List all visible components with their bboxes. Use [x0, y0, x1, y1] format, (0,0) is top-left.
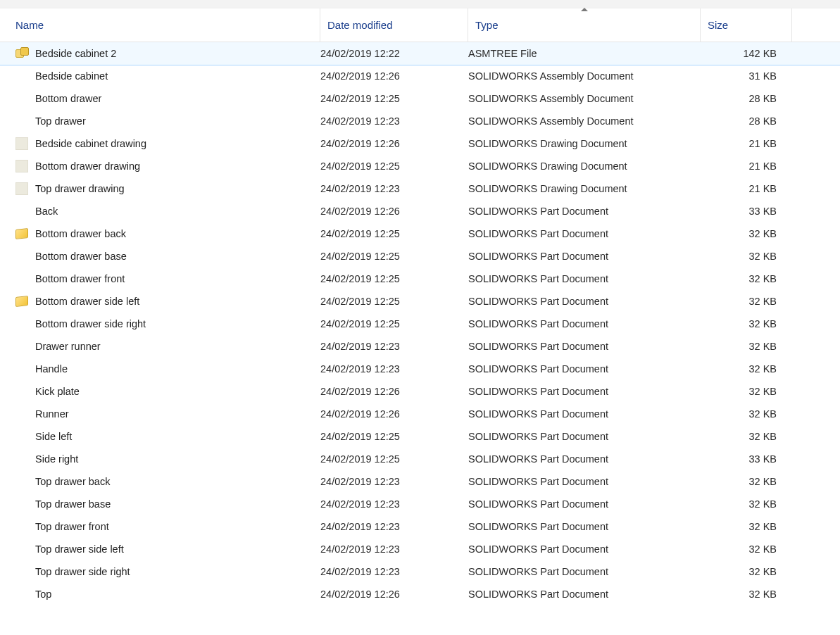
file-row[interactable]: Bottom drawer drawing24/02/2019 12:25SOL… [0, 155, 840, 177]
file-row[interactable]: Top drawer base24/02/2019 12:23SOLIDWORK… [0, 493, 840, 515]
file-icon [15, 587, 35, 601]
file-row[interactable]: Top24/02/2019 12:26SOLIDWORKS Part Docum… [0, 583, 840, 605]
file-name: Top drawer drawing [35, 183, 320, 194]
file-row[interactable]: Bottom drawer base24/02/2019 12:25SOLIDW… [0, 245, 840, 268]
file-type: SOLIDWORKS Part Document [468, 228, 701, 239]
file-icon [15, 474, 35, 489]
file-size: 21 KB [701, 138, 785, 149]
file-icon [15, 182, 35, 196]
file-row[interactable]: Top drawer back24/02/2019 12:23SOLIDWORK… [0, 470, 840, 493]
file-name: Bottom drawer drawing [35, 161, 320, 172]
file-size: 32 KB [701, 408, 785, 420]
file-date: 24/02/2019 12:25 [320, 251, 468, 262]
file-date: 24/02/2019 12:23 [320, 476, 468, 487]
file-name: Top drawer [35, 115, 320, 127]
file-date: 24/02/2019 12:25 [320, 273, 468, 284]
file-type: SOLIDWORKS Drawing Document [468, 183, 701, 194]
column-header-date[interactable]: Date modified [320, 8, 468, 42]
file-size: 31 KB [701, 70, 785, 82]
file-date: 24/02/2019 12:25 [320, 453, 468, 465]
file-name: Handle [35, 363, 320, 375]
column-header-size[interactable]: Size [701, 8, 792, 42]
file-name: Top drawer front [35, 521, 320, 532]
file-size: 32 KB [701, 589, 785, 600]
file-size: 32 KB [701, 296, 785, 307]
file-date: 24/02/2019 12:25 [320, 93, 468, 104]
column-header-type[interactable]: Type [468, 8, 701, 42]
file-date: 24/02/2019 12:23 [320, 566, 468, 577]
file-date: 24/02/2019 12:25 [320, 228, 468, 239]
file-row[interactable]: Bottom drawer back24/02/2019 12:25SOLIDW… [0, 222, 840, 245]
file-row[interactable]: Drawer runner24/02/2019 12:23SOLIDWORKS … [0, 335, 840, 358]
file-icon [15, 294, 35, 308]
file-row[interactable]: Bottom drawer side left24/02/2019 12:25S… [0, 290, 840, 313]
file-row[interactable]: Top drawer side left24/02/2019 12:23SOLI… [0, 538, 840, 560]
file-date: 24/02/2019 12:26 [320, 138, 468, 149]
file-row[interactable]: Bedside cabinet24/02/2019 12:26SOLIDWORK… [0, 65, 840, 87]
file-row[interactable]: Bedside cabinet 224/02/2019 12:22ASMTREE… [0, 42, 840, 65]
file-size: 32 KB [701, 431, 785, 442]
file-row[interactable]: Bottom drawer24/02/2019 12:25SOLIDWORKS … [0, 87, 840, 110]
sort-indicator-icon [581, 8, 588, 11]
file-row[interactable]: Top drawer drawing24/02/2019 12:23SOLIDW… [0, 177, 840, 200]
file-icon [15, 114, 35, 128]
file-icon [15, 46, 35, 61]
file-icon [15, 497, 35, 511]
file-icon [15, 69, 35, 83]
file-name: Top drawer side right [35, 566, 320, 577]
file-date: 24/02/2019 12:26 [320, 408, 468, 420]
file-size: 32 KB [701, 521, 785, 532]
file-list: Bedside cabinet 224/02/2019 12:22ASMTREE… [0, 42, 840, 605]
file-name: Bottom drawer side left [35, 296, 320, 307]
file-row[interactable]: Runner24/02/2019 12:26SOLIDWORKS Part Do… [0, 403, 840, 425]
file-type: SOLIDWORKS Assembly Document [468, 93, 701, 104]
file-row[interactable]: Bedside cabinet drawing24/02/2019 12:26S… [0, 132, 840, 155]
file-row[interactable]: Top drawer side right24/02/2019 12:23SOL… [0, 560, 840, 583]
file-type: SOLIDWORKS Part Document [468, 521, 701, 532]
file-date: 24/02/2019 12:23 [320, 521, 468, 532]
file-date: 24/02/2019 12:23 [320, 115, 468, 127]
file-row[interactable]: Kick plate24/02/2019 12:26SOLIDWORKS Par… [0, 380, 840, 403]
file-name: Side right [35, 453, 320, 465]
file-row[interactable]: Top drawer24/02/2019 12:23SOLIDWORKS Ass… [0, 110, 840, 132]
file-size: 33 KB [701, 206, 785, 217]
file-size: 32 KB [701, 476, 785, 487]
file-type: ASMTREE File [468, 48, 701, 59]
column-header-name[interactable]: Name [0, 8, 320, 42]
file-type: SOLIDWORKS Part Document [468, 318, 701, 329]
file-date: 24/02/2019 12:25 [320, 318, 468, 329]
file-icon [15, 362, 35, 376]
file-icon [15, 339, 35, 353]
file-row[interactable]: Back24/02/2019 12:26SOLIDWORKS Part Docu… [0, 200, 840, 222]
file-size: 32 KB [701, 498, 785, 510]
file-row[interactable]: Bottom drawer front24/02/2019 12:25SOLID… [0, 268, 840, 290]
file-type: SOLIDWORKS Part Document [468, 453, 701, 465]
file-date: 24/02/2019 12:25 [320, 296, 468, 307]
file-date: 24/02/2019 12:23 [320, 543, 468, 555]
file-row[interactable]: Handle24/02/2019 12:23SOLIDWORKS Part Do… [0, 358, 840, 380]
file-name: Kick plate [35, 386, 320, 397]
file-date: 24/02/2019 12:23 [320, 363, 468, 375]
file-type: SOLIDWORKS Part Document [468, 363, 701, 375]
file-icon [15, 452, 35, 466]
file-size: 28 KB [701, 115, 785, 127]
file-row[interactable]: Top drawer front24/02/2019 12:23SOLIDWOR… [0, 515, 840, 538]
file-size: 32 KB [701, 566, 785, 577]
file-row[interactable]: Bottom drawer side right24/02/2019 12:25… [0, 313, 840, 335]
file-name: Drawer runner [35, 341, 320, 352]
file-size: 32 KB [701, 251, 785, 262]
file-size: 32 KB [701, 363, 785, 375]
file-type: SOLIDWORKS Drawing Document [468, 161, 701, 172]
file-icon [15, 159, 35, 173]
file-name: Runner [35, 408, 320, 420]
file-name: Bedside cabinet drawing [35, 138, 320, 149]
file-size: 142 KB [701, 48, 785, 59]
file-name: Bottom drawer side right [35, 318, 320, 329]
file-icon [15, 520, 35, 534]
file-icon [15, 92, 35, 106]
file-date: 24/02/2019 12:25 [320, 431, 468, 442]
file-row[interactable]: Side right24/02/2019 12:25SOLIDWORKS Par… [0, 448, 840, 470]
file-row[interactable]: Side left24/02/2019 12:25SOLIDWORKS Part… [0, 425, 840, 448]
file-size: 32 KB [701, 228, 785, 239]
file-size: 28 KB [701, 93, 785, 104]
